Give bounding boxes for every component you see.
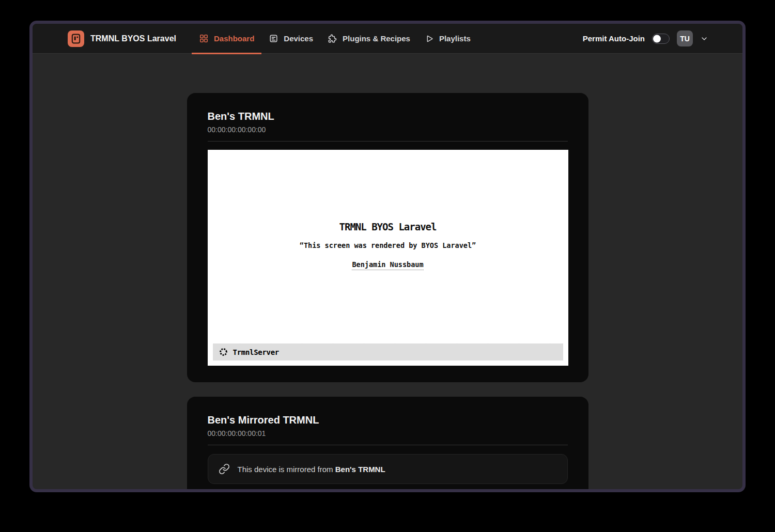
trmnl-logo-icon <box>68 30 84 47</box>
device-card-bens-trmnl: Ben's TRMNL 00:00:00:00:00:00 TRMNL BYOS… <box>187 93 588 382</box>
device-mac-address: 00:00:00:00:00:01 <box>208 429 568 437</box>
mirror-source-device: Ben's TRMNL <box>335 465 385 474</box>
brand-title: TRMNL BYOS Laravel <box>90 34 176 43</box>
screen-status-bar: TrmnlServer <box>213 343 563 361</box>
puzzle-icon <box>328 34 337 43</box>
link-icon <box>219 463 230 475</box>
tab-label: Plugins & Recipes <box>343 34 410 43</box>
brand[interactable]: TRMNL BYOS Laravel <box>68 30 176 47</box>
eink-screen-preview: TRMNL BYOS Laravel “This screen was rend… <box>208 150 568 366</box>
device-mac-address: 00:00:00:00:00:00 <box>208 126 568 134</box>
tab-label: Devices <box>284 34 313 43</box>
status-label: TrmnlServer <box>233 348 279 356</box>
mirror-info-panel: This device is mirrored from Ben's TRMNL <box>208 454 568 484</box>
grid-icon <box>199 34 209 43</box>
tab-devices[interactable]: Devices <box>261 24 320 54</box>
play-icon <box>425 34 434 43</box>
main-content: Ben's TRMNL 00:00:00:00:00:00 TRMNL BYOS… <box>33 54 742 489</box>
device-list-icon <box>269 34 278 43</box>
app-window: TRMNL BYOS Laravel Dashboard <box>29 21 746 492</box>
desktop: { "nav": { "brand": "TRMNL BYOS Laravel"… <box>0 0 775 532</box>
divider <box>208 445 568 445</box>
device-name: Ben's Mirrored TRMNL <box>208 414 568 426</box>
permit-auto-join-toggle[interactable] <box>652 34 670 44</box>
screen-author: Benjamin Nussbaum <box>352 260 423 270</box>
device-card-bens-mirrored-trmnl: Ben's Mirrored TRMNL 00:00:00:00:00:01 T… <box>187 397 588 489</box>
tab-plugins-recipes[interactable]: Plugins & Recipes <box>320 24 417 54</box>
user-avatar[interactable]: TU <box>677 30 693 46</box>
nav-right: Permit Auto-Join TU <box>583 30 708 46</box>
screen-content: TRMNL BYOS Laravel “This screen was rend… <box>208 150 568 270</box>
chevron-down-icon[interactable] <box>700 35 708 43</box>
permit-auto-join-label: Permit Auto-Join <box>583 34 645 43</box>
mirror-text: This device is mirrored from Ben's TRMNL <box>238 465 385 474</box>
toggle-knob <box>653 35 661 42</box>
spinner-icon <box>219 347 228 357</box>
tab-label: Playlists <box>439 34 471 43</box>
tab-dashboard[interactable]: Dashboard <box>192 24 261 54</box>
top-nav: TRMNL BYOS Laravel Dashboard <box>33 24 742 54</box>
tab-playlists[interactable]: Playlists <box>417 24 478 54</box>
device-name: Ben's TRMNL <box>208 111 568 122</box>
screen-quote: “This screen was rendered by BYOS Larave… <box>208 241 568 249</box>
divider <box>208 141 568 142</box>
screen-title: TRMNL BYOS Laravel <box>208 221 568 232</box>
tab-label: Dashboard <box>214 34 254 43</box>
nav-tabs: Dashboard Devices <box>192 24 478 54</box>
